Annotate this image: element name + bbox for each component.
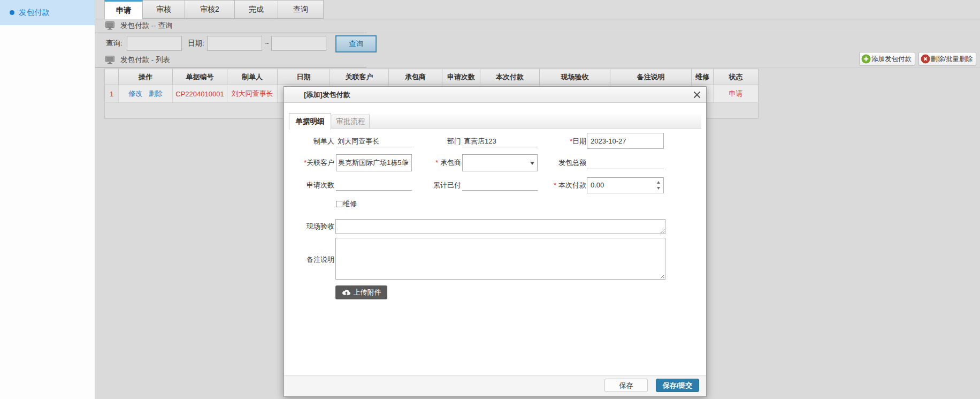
search-toolbar: 查询: 日期: ~ 查询 [95, 33, 980, 54]
creator-input[interactable] [336, 135, 412, 147]
tab-complete[interactable]: 完成 [235, 0, 278, 19]
date-to-input[interactable] [271, 36, 326, 51]
date-label: 日期: [188, 33, 204, 54]
remark-label: 备注说明 [284, 254, 334, 265]
delete-circle-icon [921, 54, 930, 64]
add-payment-dialog: [添加]发包付款 单据明细 审批流程 制单人 部门 *日期 *关联客户 奥克斯国… [284, 86, 707, 397]
dialog-titlebar: [添加]发包付款 [284, 87, 706, 103]
col-customer: 关联客户 [330, 69, 389, 85]
total-input[interactable] [587, 157, 664, 169]
payment-label: *本次付款 [530, 180, 586, 191]
monitor-icon [105, 56, 114, 66]
table-header-row: 操作 单据编号 制单人 日期 关联客户 承包商 申请次数 本次付款 现场验收 备… [105, 69, 759, 85]
total-label: 发包总额 [530, 157, 586, 168]
repair-checkbox[interactable] [336, 201, 342, 207]
col-status: 状态 [714, 69, 759, 85]
col-date: 日期 [278, 69, 330, 85]
upload-attachment-button[interactable]: 上传附件 [335, 285, 387, 299]
query-section-header: 发包付款 -- 查询 [95, 19, 980, 33]
delete-batch-button[interactable]: 删除/批量删除 [918, 52, 976, 66]
dialog-tab-strip: 单据明细 审批流程 [289, 114, 701, 129]
customer-select[interactable]: 奥克斯国际广场1栋5单 [336, 154, 412, 171]
query-submit-button[interactable]: 查询 [335, 35, 377, 52]
contractor-label: *承包商 [407, 157, 461, 168]
add-circle-icon [861, 54, 871, 64]
paid-label: 累计已付 [407, 180, 461, 191]
monitor-icon [105, 21, 114, 32]
col-payment: 本次付款 [480, 69, 540, 85]
save-button[interactable]: 保存 [604, 379, 648, 392]
spin-up-icon[interactable] [657, 181, 660, 184]
date-label: *日期 [530, 136, 586, 147]
row-creator: 刘大同萱事长 [227, 85, 278, 103]
acceptance-textarea[interactable] [335, 219, 665, 234]
tab-query[interactable]: 查询 [278, 0, 324, 19]
apply-times-input[interactable] [336, 179, 412, 191]
dialog-footer: 保存 保存/提交 [284, 375, 706, 396]
module-tabbar: 申请 审核 审核2 完成 查询 [95, 0, 980, 19]
keyword-input[interactable] [127, 36, 182, 51]
col-apply-times: 申请次数 [442, 69, 480, 85]
customer-label: *关联客户 [284, 157, 334, 168]
app-screen: 发包付款 申请 审核 审核2 完成 查询 发包付款 -- 查询 查询: [0, 0, 980, 399]
col-acceptance: 现场验收 [540, 69, 610, 85]
sidebar-item-outsource-payment[interactable]: 发包付款 [0, 0, 95, 25]
save-submit-button[interactable]: 保存/提交 [656, 379, 699, 392]
cloud-upload-icon [342, 289, 351, 296]
sidebar-item-label: 发包付款 [19, 7, 50, 18]
remark-textarea[interactable] [335, 238, 665, 280]
department-input[interactable] [462, 135, 538, 147]
department-label: 部门 [407, 136, 461, 147]
col-repair: 维修 [692, 69, 714, 85]
spin-down-icon[interactable] [657, 187, 660, 190]
acceptance-label: 现场验收 [284, 221, 334, 232]
date-range-separator: ~ [265, 33, 269, 54]
tab-review[interactable]: 审核 [143, 0, 185, 19]
col-actions: 操作 [119, 69, 173, 85]
sidebar: 发包付款 [0, 0, 95, 399]
date-input[interactable] [587, 133, 664, 149]
dialog-title: [添加]发包付款 [304, 87, 350, 102]
creator-label: 制单人 [284, 136, 334, 147]
query-section-title: 发包付款 -- 查询 [120, 19, 173, 32]
payment-spinner[interactable]: 0.00 [587, 177, 664, 193]
row-actions: 修改 删除 [119, 85, 173, 103]
list-section-header: 发包付款 - 列表 添加发包付款 删除/批量删除 [95, 54, 980, 67]
contractor-select[interactable] [462, 154, 538, 171]
paid-input[interactable] [462, 179, 538, 191]
list-section-title: 发包付款 - 列表 [120, 54, 170, 66]
row-index: 1 [105, 85, 119, 103]
delete-link[interactable]: 删除 [149, 89, 163, 97]
tab-review2[interactable]: 审核2 [185, 0, 235, 19]
row-status: 申请 [714, 85, 759, 103]
bullet-dot-icon [10, 10, 14, 15]
edit-link[interactable]: 修改 [128, 89, 142, 97]
row-doc-no: CP2204010001 [173, 85, 227, 103]
dialog-tab-detail[interactable]: 单据明细 [289, 113, 331, 130]
col-creator: 制单人 [227, 69, 278, 85]
col-index [105, 69, 119, 85]
repair-label: 维修 [343, 199, 357, 209]
add-payment-button[interactable]: 添加发包付款 [859, 52, 915, 66]
close-icon[interactable] [693, 91, 701, 99]
col-contractor: 承包商 [389, 69, 442, 85]
tab-apply[interactable]: 申请 [104, 0, 143, 19]
date-from-input[interactable] [207, 36, 262, 51]
keyword-label: 查询: [106, 33, 122, 54]
dialog-tab-approval[interactable]: 审批流程 [332, 115, 370, 129]
col-doc-no: 单据编号 [173, 69, 227, 85]
apply-times-label: 申请次数 [284, 180, 334, 191]
col-remark: 备注说明 [610, 69, 692, 85]
